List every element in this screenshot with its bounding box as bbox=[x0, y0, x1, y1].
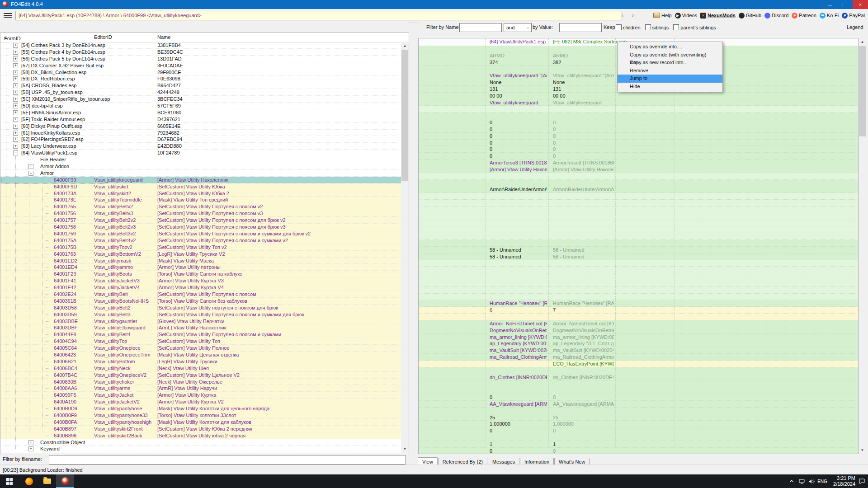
scroll-up-icon[interactable]: ▲ bbox=[401, 42, 409, 50]
context-menu-item-remove[interactable]: Remove bbox=[618, 67, 722, 75]
tree-row-group[interactable]: File Header bbox=[0, 156, 401, 163]
tree-row-plugin[interactable]: +[56] Clothes Pack 5 by DonEb14n.esp13D0… bbox=[0, 56, 401, 62]
tree-row-record[interactable]: 64003D59Vtaw_utilityBelt3[SetCustom] Vta… bbox=[0, 311, 401, 318]
filter-name-input[interactable] bbox=[459, 23, 502, 32]
tree-row-record[interactable]: 64002E24Vtaw_utilityBelt[SetCustom] Vtaw… bbox=[0, 291, 401, 298]
keep-children-checkbox[interactable]: children bbox=[616, 25, 641, 30]
record-field-row[interactable]: KeywordDogmeatNoVisualsOnRetrieve [K...D… bbox=[419, 327, 858, 334]
tree-row-plugin[interactable]: +[5D] dcc-bp-lol.esp57CF5F69 bbox=[0, 103, 401, 109]
record-field-row[interactable]: −FNAM - FNAM bbox=[419, 434, 858, 441]
link-nexusmods[interactable]: ✕NexusMods bbox=[700, 13, 736, 19]
tree-row-record[interactable]: 64006423Vtaw_utilityOnepieceTrim[Mask] V… bbox=[0, 352, 401, 358]
expand-icon[interactable]: + bbox=[13, 83, 18, 88]
tree-row-record[interactable]: 64001757Vtaw_utilityBelt2v2[SetCustom] V… bbox=[0, 217, 401, 224]
record-field-row[interactable]: −Male world model bbox=[419, 180, 858, 187]
filename-filter-input[interactable] bbox=[49, 455, 406, 465]
column-header-plugin-1[interactable]: [64] VtawUtilityPack1.esp bbox=[490, 39, 546, 44]
record-field-row[interactable]: MO2S - Material Swap bbox=[419, 200, 858, 206]
record-field-row[interactable]: Y200 bbox=[419, 146, 858, 153]
tree-row-record[interactable]: 64003DBFVtaw_utilityElbowguard[ArmL] Vta… bbox=[0, 324, 401, 331]
expand-icon[interactable]: + bbox=[28, 440, 33, 445]
tree-row-record[interactable]: 64001F41Vtaw_utilityJacketV3[Armor] Vtaw… bbox=[0, 277, 401, 284]
tree-row-record[interactable]: 64003DBEVtaw_utilitygauntlet[Gloves] Vta… bbox=[0, 318, 401, 325]
filter-value-input[interactable] bbox=[559, 23, 602, 32]
record-field-row[interactable]: ZNAM - Sound - Put Down bbox=[419, 273, 858, 280]
context-menu-item-copy-as-override-with-overwriting-into[interactable]: Copy as override (with overwriting) into… bbox=[618, 51, 722, 59]
tree-row-record[interactable]: 64001756Vtaw_utilityBeltv3[SetCustom] Vt… bbox=[0, 210, 401, 217]
tree-row-plugin[interactable]: +[61] InoueKinkyKollars.esp79234682 bbox=[0, 130, 401, 136]
tree-row-record[interactable]: 6400830BVtaw_utilitychoker[Neck] Vtaw Ut… bbox=[0, 379, 401, 385]
expand-icon[interactable]: − bbox=[13, 150, 18, 155]
tree-row-record[interactable]: 6400B0D9Vtaw_utilitypantyhose[Mask] Vtaw… bbox=[0, 405, 401, 412]
record-field-row[interactable]: Weight1.0000001.000000 bbox=[419, 421, 858, 427]
record-field-row[interactable]: Version Control Info 200 0000 00 bbox=[419, 93, 858, 99]
record-field-row[interactable]: Health00 bbox=[419, 427, 858, 434]
record-field-row[interactable]: INRD - Instance Namingdn_Clothes [INNR:0… bbox=[419, 374, 858, 381]
keep-parent-s-siblings-checkbox[interactable]: parent's siblings bbox=[673, 25, 716, 30]
tree-row-record[interactable]: 6400173EVtaw_utilityTopmiddle[Mask] Vtaw… bbox=[0, 197, 401, 203]
link-help[interactable]: Help bbox=[653, 13, 672, 18]
record-field-row[interactable]: FULL - Name[Armor] Vtaw Utility Наколенн… bbox=[419, 166, 858, 173]
expand-icon[interactable]: + bbox=[13, 144, 18, 149]
record-field-row[interactable]: X200 bbox=[419, 140, 858, 146]
record-field-row[interactable]: ETYP - Equipment Type bbox=[419, 280, 858, 287]
tree-row-plugin[interactable]: +[57] DX Courser X-92 Power Suit.esp3F0C… bbox=[0, 62, 401, 69]
record-field-row[interactable]: −OBND - Object Bounds bbox=[419, 113, 858, 119]
tree-row-plugin[interactable]: +[5F] Toxic Raider Armour.espD4397621 bbox=[0, 116, 401, 123]
tree-row-record[interactable]: 6400173AVtaw_utilityskirt2[SetCustom] Vt… bbox=[0, 190, 401, 197]
record-field-row[interactable]: Keywordma_VaultSuit [KYWD:00204C22]ma_Va… bbox=[419, 347, 858, 354]
tree-row-record[interactable]: 6400175BVtaw_utilityTopv2[SetCustom] Vta… bbox=[0, 244, 401, 251]
tray-network-icon[interactable] bbox=[797, 474, 806, 488]
tree-row-record[interactable]: 64001ED4Vtaw_utilityammo[Armor] Vtaw Uti… bbox=[0, 264, 401, 271]
record-field-row[interactable]: MIC2 - Female Message Icon bbox=[419, 233, 858, 240]
tree-row-plugin[interactable]: +[62] FO4PiercingsSED7.espD67EBC94 bbox=[0, 136, 401, 143]
expand-icon[interactable]: + bbox=[13, 76, 18, 81]
tree-row-record[interactable]: 640099F5Vtaw_utilityJacket[Armor] Vtaw U… bbox=[0, 392, 401, 399]
taskbar-browser-icon[interactable] bbox=[20, 474, 38, 488]
tray-language[interactable]: ENG bbox=[816, 474, 828, 488]
expand-icon[interactable]: + bbox=[13, 103, 18, 108]
expand-icon[interactable]: + bbox=[13, 124, 18, 129]
tree-row-plugin[interactable]: +[5B] USP .45_by_tooun.esp42444249 bbox=[0, 89, 401, 96]
scroll-down-icon[interactable]: ▼ bbox=[859, 446, 866, 454]
record-field-row[interactable]: Value2525 bbox=[419, 414, 858, 421]
context-menu-item-copy-as-new-record-into[interactable]: Copy as new record into... bbox=[618, 59, 722, 67]
tree-row-plugin[interactable]: +[5C] XM2010_SniperRifle_by_tooun.esp3BC… bbox=[0, 96, 401, 103]
col-header-editorid[interactable]: EditorID bbox=[94, 34, 112, 40]
record-field-row[interactable]: −Model #0 bbox=[419, 387, 858, 394]
record-field-row[interactable]: KeywordArmor_NoFirstTimeLoot [KYWD:...Ar… bbox=[419, 320, 858, 327]
record-field-row[interactable]: EDID - Editor IDVtaw_utilitykneeguardVta… bbox=[419, 99, 858, 106]
context-menu-item-jump-to[interactable]: Jump to bbox=[618, 75, 722, 83]
record-field-row[interactable]: DESC - Description bbox=[419, 367, 858, 374]
record-field-row[interactable]: Y100 bbox=[419, 126, 858, 133]
tree-row-record[interactable]: 64007B4CVtaw_utilityOnepieceV2[SetCustom… bbox=[0, 372, 401, 379]
record-field-row[interactable]: −KWDA - Keywords (sorted) bbox=[419, 314, 858, 320]
expand-icon[interactable]: + bbox=[13, 50, 18, 55]
expand-icon[interactable]: + bbox=[13, 43, 18, 48]
tree-row-record[interactable]: 6400B897Vtaw_utilityskirt2Front[SetCusto… bbox=[0, 426, 401, 432]
tree-row-record[interactable]: 64003D58Vtaw_utilityBelt2[SetCustom] Vta… bbox=[0, 305, 401, 311]
record-field-row[interactable]: ICO2 - Female Inventory Ima... bbox=[419, 226, 858, 233]
record-field-row[interactable]: KeywordECO_HasEntryPoint [KYWD:FE05... bbox=[419, 361, 858, 367]
record-field-row[interactable]: Destructible bbox=[419, 260, 858, 267]
tree-row-record[interactable]: 64006B21Vtaw_utilityBottom[LegR] Vtaw Ut… bbox=[0, 358, 401, 365]
tree-row-plugin[interactable]: +[60] Dickys Pinup Outfit.esp6605E14E bbox=[0, 123, 401, 130]
record-field-row[interactable]: −Models bbox=[419, 380, 858, 387]
record-field-row[interactable]: Z100 bbox=[419, 133, 858, 140]
record-field-row[interactable]: Keywordma_Railroad_ClothingArmor [KY...m… bbox=[419, 354, 858, 361]
tree-row-record[interactable]: 64005C64Vtaw_utilityOnepiece[SetCustom] … bbox=[0, 345, 401, 352]
tree-row-plugin[interactable]: +[55] Clothes Pack 4 by DonEb14n.espBE39… bbox=[0, 49, 401, 56]
record-field-row[interactable]: Base Addon Index00 bbox=[419, 448, 858, 454]
expand-icon[interactable]: + bbox=[13, 63, 18, 68]
tree-row-record[interactable]: 6400361BVtaw_utilityBootsNoHHS[Torso] Vt… bbox=[0, 298, 401, 305]
record-field-row[interactable]: Female world model bbox=[419, 220, 858, 227]
record-field-row[interactable]: VMAD - Virtual Machine Ada... bbox=[419, 106, 858, 113]
forward-chevron-icon[interactable]: › bbox=[629, 12, 637, 19]
record-field-row[interactable]: Keywordma_armor_lining [KYWD:0007FA...ma… bbox=[419, 334, 858, 341]
record-field-row[interactable]: ICON - Male Inventory Image bbox=[419, 206, 858, 213]
tree-row-record[interactable]: 6400A190Vtaw_utilityJacketV2[Armor] Vtaw… bbox=[0, 399, 401, 405]
taskbar-explorer-icon[interactable] bbox=[38, 474, 56, 488]
col-header-name[interactable]: Name bbox=[157, 34, 170, 40]
record-field-row[interactable]: MODL - Armor AddonAA_Vtawkneeguard [ARMA… bbox=[419, 401, 858, 408]
record-field-row[interactable]: MODC - Color Remappin... bbox=[419, 193, 858, 200]
